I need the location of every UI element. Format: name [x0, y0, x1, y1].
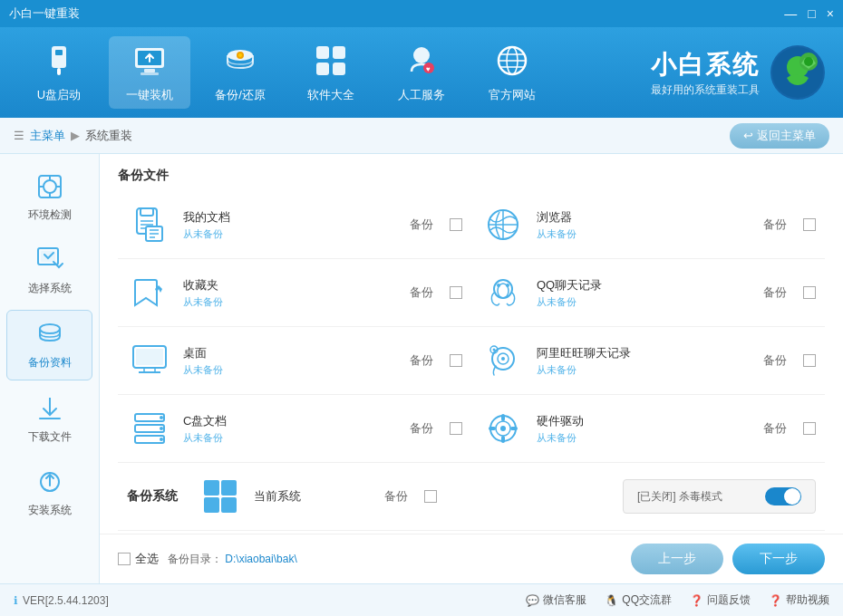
- nav-service-label: 人工服务: [398, 87, 445, 103]
- sidebar-install-label: 安装系统: [28, 503, 72, 518]
- nav-backup-label: 备份/还原: [215, 87, 266, 103]
- download-icon: [35, 394, 64, 426]
- content-area: 备份文件: [100, 154, 843, 534]
- sidebar-item-install[interactable]: 安装系统: [6, 458, 92, 527]
- backup-grid: 我的文档 从未备份 备份: [118, 191, 825, 463]
- cdoc-icon: [127, 406, 172, 451]
- video-label: 帮助视频: [786, 592, 829, 608]
- footer-wechat[interactable]: 💬 微信客服: [526, 592, 586, 608]
- svg-rect-78: [204, 497, 219, 513]
- breadcrumb-separator: ▶: [71, 129, 80, 142]
- footer-version-area: ℹ VER[2.5.44.1203]: [14, 594, 109, 607]
- desktop-checkbox[interactable]: [450, 354, 462, 367]
- driver-backup-label: 备份: [763, 420, 787, 437]
- driver-name: 硬件驱动: [537, 413, 752, 429]
- antivirus-toggle-switch[interactable]: [765, 487, 801, 505]
- svg-rect-72: [501, 414, 505, 421]
- nav-onekey-label: 一键装机: [126, 87, 173, 103]
- svg-rect-1: [55, 50, 63, 55]
- next-button[interactable]: 下一步: [732, 544, 825, 574]
- footer-video[interactable]: ❓ 帮助视频: [769, 592, 829, 608]
- svg-rect-79: [221, 497, 237, 513]
- qq-name: QQ聊天记录: [537, 277, 752, 294]
- nav-backup[interactable]: 备份/还原: [199, 36, 281, 109]
- backup-section-title: 备份文件: [118, 168, 169, 184]
- sidebar: 环境检测 选择系统 备份资料: [0, 154, 100, 583]
- driver-info: 硬件驱动 从未备份: [537, 413, 752, 445]
- select-all-container: 全选: [118, 551, 159, 567]
- qq-checkbox[interactable]: [803, 286, 816, 299]
- svg-rect-2: [57, 68, 61, 75]
- menu-icon: ☰: [14, 129, 24, 142]
- select-icon: [35, 245, 64, 277]
- sidebar-item-select[interactable]: 选择系统: [6, 236, 92, 305]
- svg-rect-10: [316, 46, 329, 59]
- footer-qqgroup[interactable]: 🐧 QQ交流群: [605, 592, 672, 608]
- footer-links: 💬 微信客服 🐧 QQ交流群 ❓ 问题反馈 ❓ 帮助视频: [526, 592, 829, 608]
- breadcrumb-current: 系统重装: [85, 128, 132, 144]
- backup-item-mydoc: 我的文档 从未备份 备份: [118, 191, 471, 259]
- breadcrumb-home[interactable]: 主菜单: [30, 128, 65, 144]
- sidebar-env-label: 环境检测: [28, 207, 72, 223]
- nav-software[interactable]: 软件大全: [290, 36, 372, 109]
- bookmark-name: 收藏夹: [183, 277, 399, 294]
- cdoc-checkbox[interactable]: [450, 422, 462, 435]
- desktop-info: 桌面 从未备份: [183, 345, 399, 377]
- close-btn[interactable]: ×: [827, 6, 834, 21]
- nav-usb[interactable]: U盘启动: [18, 36, 100, 109]
- nav-service[interactable]: ♥ 人工服务: [381, 36, 462, 109]
- aliww-checkbox[interactable]: [803, 354, 816, 367]
- sidebar-item-backup[interactable]: 备份资料: [6, 310, 92, 380]
- bookmark-checkbox[interactable]: [450, 286, 462, 299]
- backup-item-bookmark: 收藏夹 从未备份 备份: [118, 259, 471, 327]
- browser-backup-label: 备份: [763, 217, 787, 233]
- nav-items: U盘启动 一键装机: [18, 36, 651, 109]
- nav-onekey[interactable]: 一键装机: [109, 36, 190, 109]
- svg-rect-12: [316, 63, 329, 75]
- cdoc-info: C盘文档 从未备份: [183, 413, 399, 445]
- backup-dir-label: 备份目录：: [168, 553, 222, 565]
- mydoc-checkbox[interactable]: [450, 218, 462, 231]
- svg-rect-13: [333, 63, 345, 75]
- desktop-status: 从未备份: [183, 363, 399, 377]
- mydoc-name: 我的文档: [183, 209, 399, 226]
- brand-subtitle: 最好用的系统重装工具: [651, 82, 760, 98]
- brand-area: 小白系统 最好用的系统重装工具: [651, 45, 825, 100]
- brand-text: 小白系统 最好用的系统重装工具: [651, 48, 760, 98]
- system-backup-row: 备份系统 当前系统 备份 [已关闭] 杀毒模式: [118, 463, 825, 531]
- back-button[interactable]: ↩ 返回主菜单: [730, 123, 829, 149]
- top-nav: U盘启动 一键装机: [0, 27, 843, 118]
- install-icon: [35, 467, 64, 499]
- version-text: VER[2.5.44.1203]: [23, 594, 109, 607]
- bookmark-info: 收藏夹 从未备份: [183, 277, 399, 309]
- window-controls[interactable]: — □ ×: [784, 6, 834, 21]
- minimize-btn[interactable]: —: [784, 6, 797, 21]
- system-checkbox[interactable]: [424, 490, 437, 503]
- nav-website-label: 官方网站: [489, 87, 536, 103]
- antivirus-toggle-container: [已关闭] 杀毒模式: [623, 479, 816, 514]
- driver-checkbox[interactable]: [803, 422, 816, 435]
- svg-rect-76: [204, 480, 219, 496]
- maximize-btn[interactable]: □: [808, 6, 815, 21]
- svg-text:♥: ♥: [426, 65, 431, 73]
- prev-button[interactable]: 上一步: [631, 544, 723, 574]
- svg-point-60: [501, 357, 505, 361]
- sidebar-item-env[interactable]: 环境检测: [6, 163, 92, 232]
- bookmark-status: 从未备份: [183, 295, 399, 309]
- env-icon: [35, 172, 64, 204]
- brand-name: 小白系统: [651, 48, 760, 82]
- svg-point-14: [413, 47, 430, 63]
- nav-website[interactable]: 官方网站: [471, 36, 553, 109]
- qq-status: 从未备份: [537, 295, 752, 309]
- select-all-checkbox[interactable]: [118, 553, 131, 565]
- footer-feedback[interactable]: ❓ 问题反馈: [690, 592, 751, 608]
- main-layout: 环境检测 选择系统 备份资料: [0, 154, 843, 583]
- toggle-knob: [784, 488, 800, 505]
- browser-checkbox[interactable]: [803, 218, 816, 231]
- backup-dir-path[interactable]: D:\xiaobai\bak\: [225, 553, 296, 565]
- info-icon: ℹ: [14, 594, 18, 607]
- sidebar-item-download[interactable]: 下载文件: [6, 385, 92, 454]
- nav-usb-label: U盘启动: [37, 87, 81, 103]
- software-icon: [313, 43, 349, 83]
- driver-status: 从未备份: [537, 431, 752, 445]
